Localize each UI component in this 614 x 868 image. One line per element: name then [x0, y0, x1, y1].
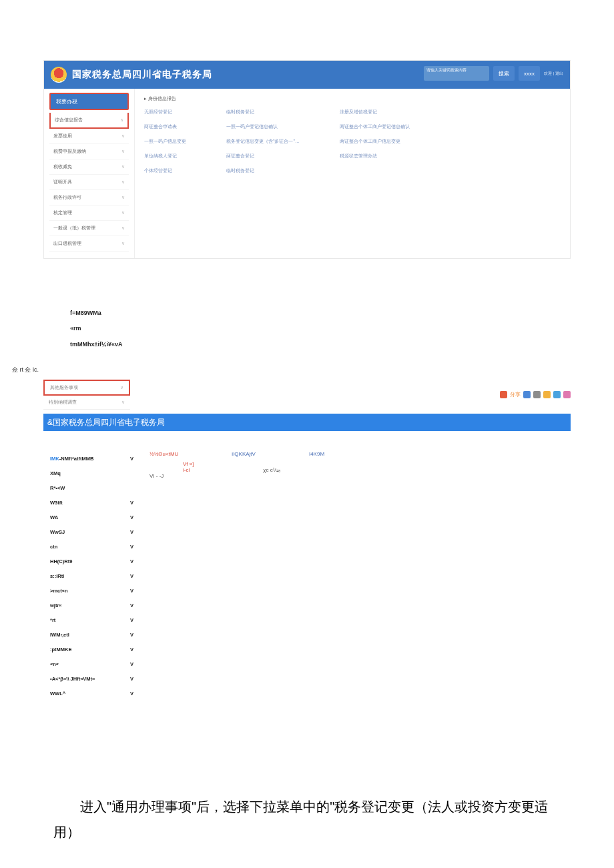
sidebar-top-button[interactable]: 我要办税	[49, 93, 129, 110]
content-link[interactable]: 税务登记信息变更（含"多证合一"…	[226, 138, 300, 145]
sidebar2-item[interactable]: •A<*β≡\\ JHft«VMt≡V	[50, 671, 140, 686]
share-icon[interactable]	[543, 391, 551, 398]
ct2-cell: ½½Θu<tMU	[149, 451, 178, 457]
sidebar-item-label: 综合信息报告	[55, 117, 83, 123]
v-mark: V	[130, 661, 133, 667]
content-link[interactable]: 一照一码户信息变更	[144, 138, 186, 145]
sidebar2-item[interactable]: XMq	[50, 466, 140, 480]
search-button[interactable]: 搜索	[493, 66, 515, 81]
sidebar2-item[interactable]: «n«V	[50, 657, 140, 671]
sidebar2-item[interactable]: W3tftV	[50, 495, 140, 510]
v-mark: V	[130, 691, 133, 697]
chevron-up-icon: ∧	[120, 117, 123, 123]
share-icon[interactable]	[563, 391, 571, 398]
content-link[interactable]: 两证整合申请表	[144, 123, 186, 130]
content-link[interactable]: 临时税务登记	[226, 109, 300, 115]
sb2-label: wjtr«	[50, 602, 62, 608]
sidebar-item[interactable]: 税务行政许可∨	[49, 190, 129, 205]
sidebar2-item[interactable]: IMK-NMft*atftMMBV	[50, 451, 140, 466]
sb2-label: WA	[50, 514, 58, 520]
content-link[interactable]: 一照一码户登记信息确认	[226, 123, 300, 130]
sb2-label: W3tft	[50, 500, 63, 506]
sidebar-item-label: 一般退（抵）税管理	[53, 225, 95, 232]
sidebar-item-label: 发票使用	[53, 133, 72, 139]
sidebar2-item[interactable]: wjtr«V	[50, 598, 140, 612]
sidebar2-item[interactable]: ctnV	[50, 539, 140, 554]
sidebar-item-label: 税费申报及缴纳	[53, 148, 86, 155]
user-area-button[interactable]: xxxx	[519, 66, 540, 81]
sidebar2-item[interactable]: WwSJV	[50, 524, 140, 539]
sidebar-item[interactable]: 税费申报及缴纳∨	[49, 144, 129, 159]
share-bar: 分享	[500, 391, 571, 398]
ct2-cell: I4K9M	[309, 451, 324, 457]
app-window-1: 国家税务总局四川省电子税务局 请输入关键词搜索内容 搜索 xxxx 欢迎 | 退…	[43, 60, 571, 259]
content-area: ▸ 身份信息报告 无照经营登记 两证整合申请表 一照一码户信息变更 单位纳税人登…	[135, 89, 570, 258]
dropdown-highlight[interactable]: 其他服务事项 ∨	[43, 380, 130, 396]
app-title: 国家税务总局四川省电子税务局	[72, 69, 212, 81]
dropdown[interactable]: 特别纳税调查 ∨	[43, 396, 130, 410]
share-icon[interactable]	[553, 391, 561, 398]
content-link[interactable]: 两证整合个体工商户信息变更	[340, 138, 410, 145]
content-link[interactable]: 个体经营登记	[144, 167, 186, 174]
content-link[interactable]: 单位纳税人登记	[144, 153, 186, 159]
sidebar2-item[interactable]: WAV	[50, 510, 140, 524]
sidebar-item[interactable]: 税收减免∨	[49, 159, 129, 175]
sb2-label: -NMft*atftMMB	[59, 456, 94, 462]
sidebar-2: IMK-NMft*atftMMBV XMq R*•<W W3tftV WAV W…	[43, 451, 140, 701]
share-text: 分享	[510, 391, 521, 398]
v-mark: V	[130, 456, 133, 462]
v-mark: V	[130, 617, 133, 623]
sidebar2-item[interactable]: >mct«nV	[50, 583, 140, 598]
share-icon[interactable]	[500, 391, 507, 398]
chevron-down-icon: ∨	[121, 164, 125, 169]
content-link[interactable]: 无照经营登记	[144, 109, 186, 115]
v-mark: V	[130, 514, 133, 520]
left-label: 佥 rt 佥 ic.	[12, 366, 614, 374]
sidebar-item[interactable]: 综合信息报告 ∧	[49, 113, 129, 129]
sidebar2-item[interactable]: WWL^V	[50, 686, 140, 701]
chevron-down-icon: ∨	[121, 195, 125, 200]
content-link[interactable]: 两证整合个体工商户登记信息确认	[340, 123, 410, 130]
search-input[interactable]: 请输入关键词搜索内容	[424, 66, 489, 81]
content-link[interactable]: 注册及增值税登记	[340, 109, 410, 115]
v-mark: V	[130, 632, 133, 638]
sidebar2-item[interactable]: HH(C)Rt9V	[50, 554, 140, 568]
sb2-label: XMq	[50, 470, 61, 476]
content-area-2: ½½Θu<tMU iIQKKAjtV I4K9M Vf »] i-cl χc c…	[140, 451, 571, 701]
sidebar2-item[interactable]: *rtV	[50, 612, 140, 627]
sidebar-item-label: 税务行政许可	[53, 194, 81, 201]
sidebar2-item[interactable]: s::iRtlV	[50, 568, 140, 583]
chevron-down-icon: ∨	[121, 210, 125, 215]
v-mark: V	[130, 573, 133, 579]
content-link[interactable]: 临时税务登记	[226, 167, 300, 174]
sb2-label: «n«	[50, 661, 59, 667]
sidebar-item[interactable]: 发票使用∨	[49, 129, 129, 144]
v-mark: V	[130, 602, 133, 608]
content-link[interactable]: 两证整合登记	[226, 153, 300, 159]
sidebar2-item[interactable]: IWMr,etlV	[50, 627, 140, 642]
sb2-label: HH(C)Rt9	[50, 558, 72, 564]
chevron-down-icon: ∨	[121, 179, 125, 185]
header-right: 请输入关键词搜索内容 搜索 xxxx 欢迎 | 退出	[424, 66, 563, 81]
sidebar2-item[interactable]: R*•<W	[50, 480, 140, 495]
dropdown-box: 其他服务事项 ∨ 特别纳税调查 ∨	[43, 380, 130, 410]
sb2-blue: IMK	[50, 456, 59, 462]
garble-line: tmMMhx±if¼i¥«vA	[70, 337, 614, 352]
sidebar-item[interactable]: 核定管理∨	[49, 205, 129, 221]
garbled-text: f≡M89WMa «rm tmMMhx±if¼i¥«vA	[70, 306, 614, 352]
sidebar-item[interactable]: 证明开具∨	[49, 175, 129, 190]
chevron-down-icon: ∨	[121, 241, 125, 246]
dropdown-label: 特别纳税调查	[49, 399, 77, 406]
header-bar-2: &国家税务总局四川省电子税务局	[43, 414, 571, 431]
sb2-label: •A<*β≡\\ JHft«VMt≡	[50, 676, 95, 682]
sidebar-item[interactable]: 一般退（抵）税管理∨	[49, 221, 129, 236]
sidebar-item[interactable]: 出口退税管理∨	[49, 236, 129, 252]
share-icon[interactable]	[533, 391, 541, 398]
sb2-label: s::iRtl	[50, 573, 64, 579]
ct2-cell: χc c¹/₂₈	[263, 467, 280, 473]
content-link[interactable]: 税源状态管理办法	[340, 153, 410, 159]
sidebar2-item[interactable]: :ptMMKEV	[50, 642, 140, 657]
share-icon[interactable]	[523, 391, 531, 398]
sb2-label: WWL^	[50, 691, 65, 697]
chevron-down-icon: ∨	[120, 385, 123, 390]
